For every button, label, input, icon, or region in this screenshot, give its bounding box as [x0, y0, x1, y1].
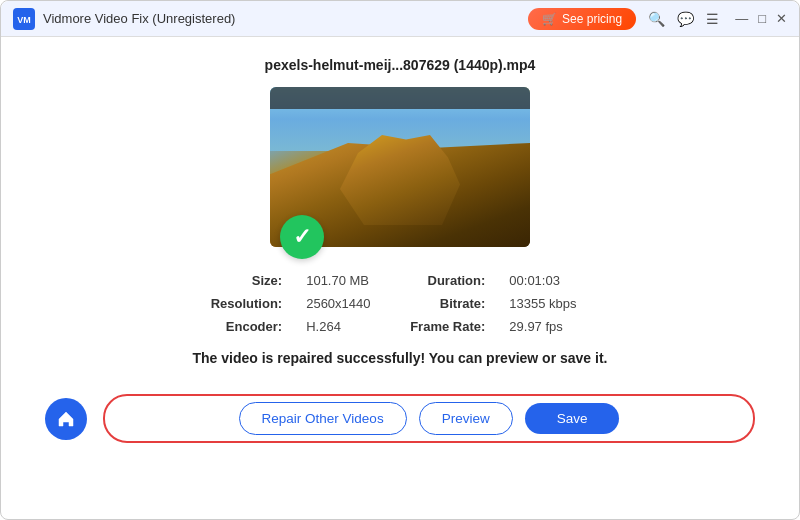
chat-icon[interactable]: 💬 — [677, 11, 694, 27]
main-content: pexels-helmut-meij...807629 (1440p).mp4 … — [1, 37, 799, 520]
duration-value: 00:01:03 — [509, 273, 589, 288]
bottom-bar: Repair Other Videos Preview Save — [21, 384, 779, 457]
title-bar-right: 🛒 See pricing 🔍 💬 ☰ — □ ✕ — [528, 8, 787, 30]
encoder-value: H.264 — [306, 319, 386, 334]
search-icon[interactable]: 🔍 — [648, 11, 665, 27]
metadata-grid: Size: 101.70 MB Duration: 00:01:03 Resol… — [211, 273, 590, 334]
size-value: 101.70 MB — [306, 273, 386, 288]
bitrate-label: Bitrate: — [410, 296, 485, 311]
bitrate-value: 13355 kbps — [509, 296, 589, 311]
minimize-button[interactable]: — — [735, 12, 748, 25]
home-button[interactable] — [45, 398, 87, 440]
title-bar: VM Vidmore Video Fix (Unregistered) 🛒 Se… — [1, 1, 799, 37]
home-icon — [56, 409, 76, 429]
preview-button[interactable]: Preview — [419, 402, 513, 435]
resolution-value: 2560x1440 — [306, 296, 386, 311]
video-top-bar — [270, 87, 530, 109]
see-pricing-button[interactable]: 🛒 See pricing — [528, 8, 636, 30]
maximize-button[interactable]: □ — [758, 12, 766, 25]
file-title: pexels-helmut-meij...807629 (1440p).mp4 — [265, 57, 536, 73]
app-title: Vidmore Video Fix (Unregistered) — [43, 11, 528, 26]
action-buttons-group: Repair Other Videos Preview Save — [103, 394, 755, 443]
framerate-label: Frame Rate: — [410, 319, 485, 334]
video-preview: ✓ — [270, 87, 530, 247]
close-button[interactable]: ✕ — [776, 12, 787, 25]
cart-icon: 🛒 — [542, 12, 557, 26]
save-button[interactable]: Save — [525, 403, 620, 434]
svg-text:VM: VM — [17, 15, 31, 25]
resolution-label: Resolution: — [211, 296, 283, 311]
success-message: The video is repaired successfully! You … — [193, 350, 608, 366]
app-logo: VM — [13, 8, 35, 30]
duration-label: Duration: — [410, 273, 485, 288]
framerate-value: 29.97 fps — [509, 319, 589, 334]
size-label: Size: — [211, 273, 283, 288]
success-badge: ✓ — [280, 215, 324, 259]
menu-icon[interactable]: ☰ — [706, 11, 719, 27]
window-controls: — □ ✕ — [735, 12, 787, 25]
repair-other-button[interactable]: Repair Other Videos — [239, 402, 407, 435]
encoder-label: Encoder: — [211, 319, 283, 334]
thumbnail-rock — [340, 135, 460, 225]
